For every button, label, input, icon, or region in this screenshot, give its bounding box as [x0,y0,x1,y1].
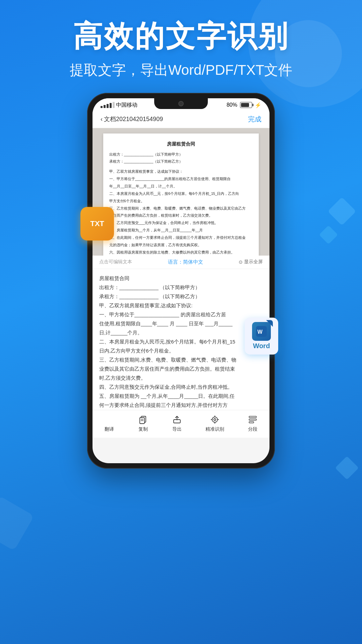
ocr-text-content[interactable]: 房屋租赁合同出租方：______________ （以下简称甲方）承租方：___… [93,269,269,410]
document-paper: 房屋租赁合同 出租方：_______________（以下简称甲方） 承租方：_… [103,133,259,256]
doc-line-2: 承租方：_______________（以下简称乙方） [109,159,253,165]
phone-notch [154,98,208,109]
battery-percent: 80% [227,102,237,108]
txt-format-badge: TXT [80,207,114,240]
document-scan-area: 房屋租赁合同 出租方：_______________（以下简称甲方） 承租方：_… [93,128,269,256]
doc-para-11: 元的违约金；如果甲方转让该房屋，乙方有优先购买权。 [109,242,253,248]
sub-title: 提取文字，导出Word/PDF/TXT文件 [0,61,362,79]
battery-fill [241,103,249,107]
bottom-toolbar: 蛙 翻译 复制 [93,410,269,438]
carrier-name: 中国移动 [116,102,137,109]
doc-para-2: 一、甲方将位于_______________的房屋出租给乙方居住使用、租赁期限自 [109,176,253,182]
word-format-badge: W Word [245,318,278,355]
fullscreen-button[interactable]: ⊙ 显示全屏 [239,259,263,265]
doc-para-1: 甲、乙双方就房屋租赁事宜，达成如下协议： [109,169,253,175]
phone-mockup-wrapper: TXT W Word [0,93,362,469]
back-button[interactable]: ‹ 文档20210420154909 [101,115,163,123]
phone-screen: 中国移动 17:14 80% ⚡ ‹ 文档20210420154909 完成 [93,98,269,463]
doc-para-7: 居住而产生的费用由乙方负担，租赁结束时，乙方须交清欠费。 [109,213,253,219]
export-icon [172,414,182,425]
export-tool[interactable]: 导出 [172,414,182,432]
svg-point-10 [214,419,216,421]
fullscreen-icon: ⊙ [239,259,243,265]
doc-para-8: 四、乙方同意预交___元作为保证金，合同终止时，当作房租冲抵。 [109,220,253,226]
done-button[interactable]: 完成 [248,115,261,124]
doc-title: 房屋租赁合同 [109,140,253,148]
language-value[interactable]: 简体中文 [183,259,203,265]
front-camera [178,101,184,106]
carrier-info: 中国移动 [101,102,137,109]
status-right: 80% ⚡ [227,102,261,108]
segment-tool[interactable]: 分段 [247,414,258,432]
word-icon: W [252,322,271,341]
signal-icon [101,102,115,108]
ocr-icon [209,414,220,425]
phone-device: TXT W Word [87,93,275,469]
segment-label: 分段 [248,426,257,432]
ocr-label: 精准识别 [205,426,224,432]
copy-icon [138,414,148,425]
header-section: 高效的文字识别 提取文字，导出Word/PDF/TXT文件 [0,0,362,79]
doc-para-9: 五、房屋租赁期为__个月，从年__月__日至______年__月 [109,227,253,233]
word-badge-label: Word [253,342,270,350]
battery-icon [240,102,252,108]
main-title: 高效的文字识别 [0,20,362,53]
svg-point-9 [212,417,218,422]
nav-bar: ‹ 文档20210420154909 完成 [93,111,269,128]
doc-para-12: 六、因租用该房屋所发生的除土地费、大修费以外的其它费用，由乙方承担。 [109,250,253,256]
charge-icon: ⚡ [255,102,261,108]
ocr-tool[interactable]: 精准识别 [205,414,224,432]
segment-icon [247,414,258,425]
svg-text:蛙: 蛙 [105,416,112,423]
svg-rect-17 [249,422,254,423]
export-label: 导出 [172,426,182,432]
language-label: 语言： [168,259,183,265]
doc-para-3: 年__月__日至__年__月__日，计__个月。 [109,183,253,190]
svg-rect-16 [249,419,256,420]
doc-line-1: 出租方：_______________（以下简称甲方） [109,152,253,158]
ocr-edit-hint[interactable]: 点击可编辑文本 [99,259,132,265]
copy-label: 复制 [138,426,148,432]
nav-title: 文档20210420154909 [104,115,163,123]
ocr-toolbar: 点击可编辑文本 语言：简体中文 ⊙ 显示全屏 [93,256,269,269]
svg-text:W: W [257,329,263,335]
ocr-panel: 点击可编辑文本 语言：简体中文 ⊙ 显示全屏 房屋租赁合同出租方：_______… [93,256,269,410]
doc-para-6: 三、乙方租赁期间，水费、电费、取暖费、燃气费、电话费、物业费以及其它由乙方 [109,206,253,212]
ocr-language: 语言：简体中文 [168,259,203,265]
doc-para-10: 日。在此期间，任何一方要求终止合同，须提前三个月通知对方，并偿付对方总租金 [109,235,253,241]
svg-rect-15 [249,416,256,418]
translate-label: 翻译 [105,426,114,432]
back-chevron-icon: ‹ [101,116,103,123]
copy-tool[interactable]: 复制 [138,414,148,432]
translate-icon: 蛙 [104,414,115,425]
doc-para-4: 二、本房屋月租金为人民币__元，按6个月结算。每6个月月初_15_日内，乙方向 [109,191,253,197]
doc-para-5: 甲方支付6个月租金。 [109,198,253,204]
translate-tool[interactable]: 蛙 翻译 [104,414,115,432]
